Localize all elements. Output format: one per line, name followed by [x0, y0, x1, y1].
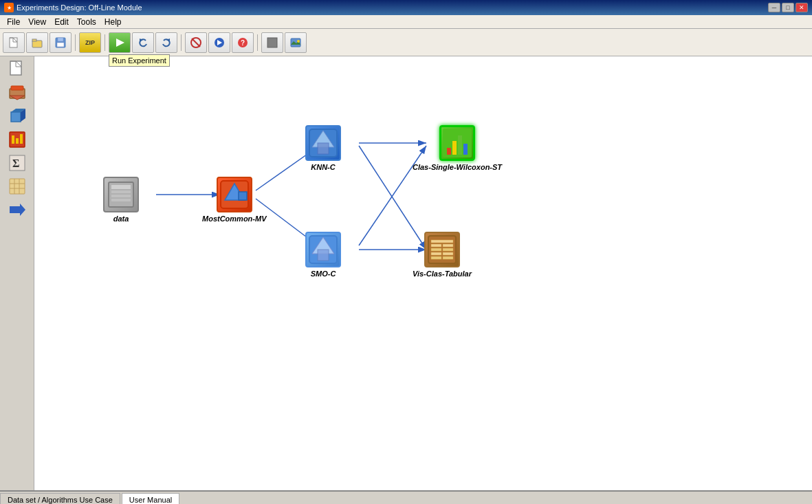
run-tooltip: Run Experiment [109, 54, 170, 67]
close-button[interactable]: ✕ [795, 3, 808, 12]
node-mostcommon[interactable]: MostCommon-MV [202, 177, 267, 223]
data-label: data [113, 215, 129, 223]
sidebar-analysis-icon[interactable] [5, 129, 30, 150]
svg-marker-10 [116, 39, 124, 47]
menu-view[interactable]: View [24, 17, 50, 28]
svg-rect-63 [318, 143, 329, 154]
menu-help[interactable]: Help [100, 17, 126, 28]
svg-rect-34 [12, 135, 14, 144]
wilcoxon-label: Clas-Single-Wilcoxon-ST [413, 163, 502, 171]
svg-rect-18 [267, 38, 277, 47]
canvas-area: data MostCommon-MV KNN-C [34, 56, 812, 490]
left-sidebar: Σ [0, 56, 34, 490]
title-bar: ★ Experiments Design: Off-Line Module ─ … [0, 0, 812, 15]
svg-rect-68 [447, 148, 451, 155]
minimize-button[interactable]: ─ [768, 3, 780, 12]
svg-rect-6 [32, 39, 36, 41]
extra-button[interactable] [261, 32, 283, 53]
svg-rect-74 [431, 244, 441, 247]
svg-text:?: ? [241, 39, 245, 47]
svg-rect-36 [20, 134, 23, 144]
save-button[interactable] [50, 32, 72, 53]
svg-rect-30 [11, 112, 21, 122]
node-wilcoxon[interactable]: Clas-Single-Wilcoxon-ST [413, 125, 502, 171]
svg-line-14 [192, 39, 200, 47]
run-button[interactable] [109, 32, 131, 53]
svg-rect-35 [16, 138, 19, 144]
mostcommon-icon [217, 177, 252, 212]
knn-icon [305, 125, 341, 161]
node-knn[interactable]: KNN-C [305, 125, 341, 171]
sidebar-document-icon[interactable] [5, 59, 30, 80]
svg-rect-77 [443, 248, 453, 251]
svg-point-21 [297, 40, 300, 43]
svg-rect-81 [443, 256, 453, 259]
undo-button[interactable] [132, 32, 154, 53]
svg-rect-28 [11, 86, 23, 90]
tab-dataset[interactable]: Data set / Algorithms Use Case [0, 493, 120, 504]
redo-button[interactable] [155, 32, 177, 53]
data-icon [103, 177, 139, 212]
svg-rect-69 [452, 141, 457, 155]
svg-rect-8 [58, 38, 63, 41]
menu-file[interactable]: File [3, 17, 24, 28]
node-tabular[interactable]: Vis-Clas-Tabular [413, 232, 472, 278]
open-button[interactable] [26, 32, 48, 53]
wilcoxon-icon [439, 125, 475, 161]
sidebar-cube-icon[interactable] [5, 106, 30, 127]
svg-rect-54 [111, 185, 131, 189]
stop-button[interactable] [185, 32, 207, 53]
node-smo[interactable]: SMO-C [305, 232, 341, 278]
new-button[interactable] [3, 32, 25, 53]
sidebar-arrow-icon[interactable] [5, 199, 30, 220]
svg-rect-70 [458, 135, 462, 155]
toolbar: ZIP Run Experiment ? [0, 29, 812, 56]
svg-rect-60 [239, 192, 247, 200]
tabular-label: Vis-Clas-Tabular [413, 270, 472, 278]
node-data[interactable]: data [103, 177, 139, 223]
menu-bar: File View Edit Tools Help [0, 15, 812, 29]
tab-usermanual[interactable]: User Manual [122, 493, 179, 504]
image-button[interactable] [285, 32, 307, 53]
app-icon: ★ [4, 3, 14, 12]
bottom-panel: Data set / Algorithms Use Case User Manu… [0, 490, 812, 504]
svg-rect-56 [111, 195, 131, 197]
svg-text:Σ: Σ [12, 157, 19, 169]
svg-rect-57 [111, 199, 131, 201]
menu-edit[interactable]: Edit [50, 17, 73, 28]
sidebar-sigma-icon[interactable]: Σ [5, 153, 30, 173]
sidebar-grid-icon[interactable] [5, 176, 30, 197]
help-button[interactable]: ? [232, 32, 254, 53]
svg-rect-78 [431, 252, 441, 255]
svg-rect-79 [443, 252, 453, 255]
maximize-button[interactable]: □ [782, 3, 794, 12]
smo-icon [305, 232, 341, 267]
run2-button[interactable] [208, 32, 230, 53]
svg-rect-76 [431, 248, 441, 251]
svg-rect-39 [10, 179, 25, 194]
svg-rect-73 [431, 240, 453, 243]
mostcommon-label: MostCommon-MV [202, 215, 267, 223]
menu-tools[interactable]: Tools [73, 17, 100, 28]
svg-marker-44 [10, 204, 25, 216]
svg-rect-80 [431, 256, 441, 259]
svg-rect-75 [443, 244, 453, 247]
svg-rect-71 [463, 144, 468, 155]
tabular-icon [424, 232, 460, 267]
smo-label: SMO-C [311, 270, 336, 278]
svg-rect-55 [111, 190, 131, 193]
knn-label: KNN-C [311, 163, 335, 171]
tab-bar: Data set / Algorithms Use Case User Manu… [0, 492, 812, 504]
sidebar-dataset-icon[interactable] [5, 83, 30, 103]
svg-rect-9 [57, 43, 64, 47]
zip-label: ZIP [85, 39, 95, 46]
svg-rect-66 [318, 250, 329, 261]
window-title: Experiments Design: Off-Line Module [17, 3, 142, 12]
zip-button[interactable]: ZIP [79, 32, 101, 53]
